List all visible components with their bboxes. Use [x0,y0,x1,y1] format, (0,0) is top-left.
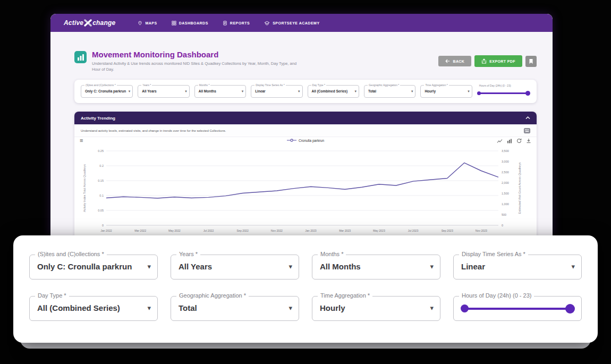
filter-value: Hourly [421,86,471,97]
filter-label: Time Aggregation * [318,292,372,299]
filter-months[interactable]: Months *All Months▾ [194,85,246,98]
activity-chart-svg: 00.050.10.150.20.2505001,0001,5002,0002,… [79,145,528,236]
filter-day-type[interactable]: Day Type *All (Combined Series)▾ [29,296,158,321]
filter-s-ites-and-c-ollections[interactable]: (S)ites and (C)ollections *Only C: Cronu… [81,85,133,98]
filter-value: Hourly [312,297,440,320]
y-axis-label-right: Estimated Visit Count Across Quadkeys [518,162,521,214]
chevron-down-icon: ▾ [571,263,575,270]
bar-chart-icon[interactable] [507,139,512,143]
hours-of-day-slider: Hours of Day (24h) (0 - 23) [477,85,530,98]
y-axis-tick-right: 2,500 [502,171,509,174]
filter-value: Total [364,86,415,97]
filter-time-aggregation[interactable]: Time Aggregation *Hourly▾ [312,296,440,321]
filter-time-aggregation[interactable]: Time Aggregation *Hourly▾ [420,85,472,98]
app-window: Active change MAPSDASHBOARDSREPORTSSPORT… [50,14,553,236]
panel-description: Understand activity levels, estimated vi… [81,129,226,132]
map-pin-icon [138,21,142,26]
filter-label: Display Time Series As * [459,251,528,257]
filter-display-time-series-as[interactable]: Display Time Series As *Linear▾ [453,255,582,280]
back-button-label: BACK [453,60,464,63]
chevron-down-icon: ▾ [147,304,151,312]
brand-logo[interactable]: Active change [64,19,115,27]
filter-geographic-aggregation[interactable]: Geographic Aggregation *Total▾ [171,296,299,321]
filter-label: Hours of Day (24h) (0 - 23) [459,292,534,299]
x-axis-tick: Nov 2022 [271,229,283,232]
x-axis-tick: Mar 2022 [134,229,146,232]
download-icon[interactable] [526,138,531,143]
bookmark-button[interactable] [525,56,537,67]
panel-header[interactable]: Activity Trending [74,112,537,124]
filter-months[interactable]: Months *All Months▾ [312,255,440,280]
filter-years[interactable]: Years *All Years▾ [171,255,299,280]
y-axis-tick-right: 1,000 [502,202,509,206]
filter-value: All Years [171,255,299,278]
filter-value: Total [171,297,299,320]
refresh-icon[interactable] [516,138,522,143]
filter-label: Hours of Day (24h) (0 - 23) [478,84,512,87]
chevron-down-icon: ▾ [430,263,434,270]
filter-s-ites-and-c-ollections[interactable]: (S)ites and (C)ollections *Only C: Cronu… [29,255,158,280]
hours-slider-track[interactable] [478,92,529,94]
y-axis-tick-right: 3,000 [502,160,509,163]
chevron-down-icon: ▾ [129,89,131,94]
filter-day-type[interactable]: Day Type *All (Combined Series)▾ [308,85,359,98]
line-chart-icon[interactable] [497,139,503,143]
dashboard-bar-chart-icon [74,51,87,63]
y-axis-tick-right: 0 [502,224,503,227]
filter-value: Only C: Cronulla parkrun [30,255,157,278]
hours-slider-handle-max[interactable] [525,91,530,96]
chevron-down-icon: ▾ [430,304,434,312]
chart-area: ≡ Cronulla parkrun [74,137,537,236]
y-axis-tick-right: 500 [502,213,506,216]
hours-slider-handle-min[interactable] [477,91,481,95]
x-axis-tick: Jan 2022 [100,229,112,232]
report-doc-icon [223,21,227,26]
x-axis-tick: Mar 2023 [339,229,351,232]
bookmark-icon [529,58,533,64]
nav-item-sportseye-academy[interactable]: SPORTSEYE ACADEMY [264,21,319,26]
legend-marker-icon [287,138,296,142]
academy-cap-icon [264,21,270,26]
x-axis-tick: Sep 2022 [237,229,249,232]
hours-slider-handle-min[interactable] [461,304,469,312]
filter-label: Time Aggregation * [424,83,448,87]
nav-item-label: REPORTS [230,21,250,25]
export-pdf-button[interactable]: EXPORT PDF [474,55,522,67]
y-axis-tick-left: 0.15 [98,179,104,182]
nav-item-label: DASHBOARDS [179,21,208,25]
filter-display-time-series-as[interactable]: Display Time Series As *Linear▾ [251,85,302,98]
hours-slider-track[interactable] [466,308,568,310]
filter-geographic-aggregation[interactable]: Geographic Aggregation *Total▾ [364,85,415,98]
panel-info-icon[interactable] [524,128,530,133]
y-axis-tick-left: 0.05 [98,209,104,212]
x-axis-tick: Nov 2023 [476,229,487,232]
filter-label: Day Type * [311,83,326,87]
chevron-up-icon[interactable] [525,116,530,120]
filter-label: Geographic Aggregation * [368,83,400,87]
activity-trending-panel: Activity Trending Understand activity le… [74,112,537,236]
filter-bar: (S)ites and (C)ollections *Only C: Cronu… [74,80,537,103]
back-arrow-icon [445,59,450,63]
x-axis-tick: Sep 2023 [442,229,453,232]
panel-title: Activity Trending [81,116,115,121]
chart-legend[interactable]: Cronulla parkrun [74,138,537,142]
filter-value: All Years [138,86,189,97]
filter-years[interactable]: Years *All Years▾ [138,85,189,98]
filter-value: Linear [251,86,302,97]
chevron-down-icon: ▾ [288,263,292,270]
y-axis-tick-left: 0 [102,224,104,227]
y-axis-tick-right: 2,000 [502,181,509,184]
nav-item-reports[interactable]: REPORTS [223,21,250,26]
x-axis-tick: May 2023 [373,229,385,232]
nav-item-dashboards[interactable]: DASHBOARDS [172,21,208,26]
filter-value: All (Combined Series) [308,86,359,97]
dashboard-grid-icon [172,21,176,26]
nav-item-label: SPORTSEYE ACADEMY [273,21,319,25]
nav-item-maps[interactable]: MAPS [138,21,157,26]
chevron-down-icon: ▾ [288,304,292,312]
filter-label: Months * [318,251,346,257]
y-axis-tick-left: 0.25 [98,149,104,153]
chevron-down-icon: ▾ [468,89,470,94]
hours-slider-handle-max[interactable] [565,304,575,314]
back-button[interactable]: BACK [438,56,471,66]
